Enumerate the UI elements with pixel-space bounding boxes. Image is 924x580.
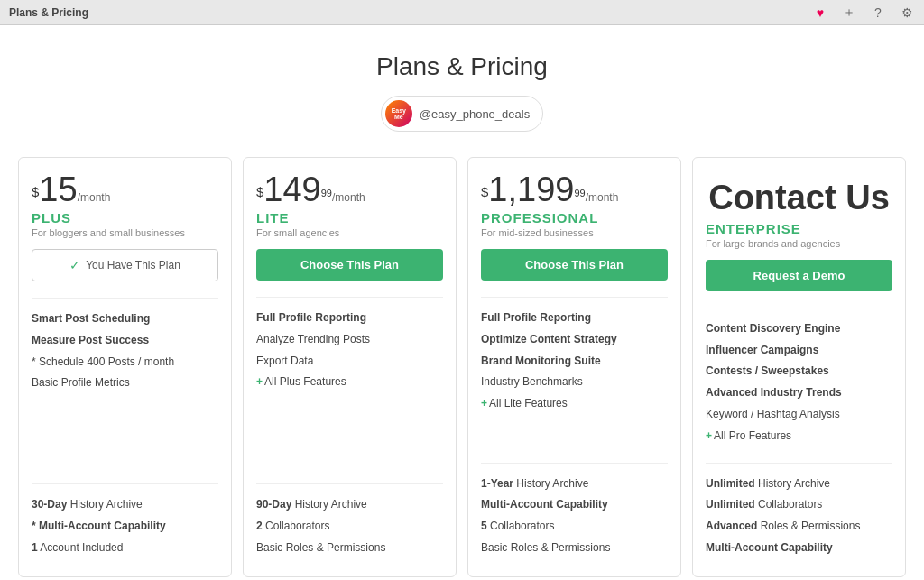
check-icon: ✓ — [69, 258, 80, 272]
plan-cta: ✓ You Have This Plan — [32, 249, 218, 281]
plan-desc: For mid-sized businesses — [481, 227, 668, 238]
plan-card-plus: $15/month PLUS For bloggers and small bu… — [18, 157, 232, 577]
features-section: Content Discovery EngineInfluencer Campa… — [706, 308, 892, 450]
choose-plan-button-professional[interactable]: Choose This Plan — [481, 249, 668, 281]
plan-desc: For large brands and agencies — [706, 238, 892, 249]
choose-plan-button-lite[interactable]: Choose This Plan — [256, 249, 443, 281]
plan-name: ENTERPRISE — [706, 221, 892, 236]
feature-item: Full Profile Reporting — [481, 310, 668, 326]
titlebar-title: Plans & Pricing — [9, 6, 88, 19]
bottom-item: Basic Roles & Permissions — [256, 540, 443, 556]
price-cents: 99 — [574, 188, 585, 198]
bottom-item: 5 Collaborators — [481, 519, 668, 534]
price-main: 149 — [263, 170, 320, 208]
feature-item: Full Profile Reporting — [256, 310, 443, 326]
plan-cta[interactable]: Choose This Plan — [481, 249, 668, 281]
bottom-item: 1-Year History Archive — [481, 476, 668, 492]
current-plan-label: You Have This Plan — [86, 259, 180, 272]
plus-tag: + — [706, 429, 712, 442]
feature-item: Keyword / Hashtag Analysis — [706, 407, 892, 422]
plan-desc: For bloggers and small businesses — [32, 227, 218, 238]
bottom-section: 90-Day History Archive2 CollaboratorsBas… — [256, 483, 443, 561]
feature-item: Content Discovery Engine — [706, 321, 892, 336]
plus-tag: + — [256, 375, 263, 388]
feature-item: Contests / Sweepstakes — [706, 364, 892, 379]
question-icon[interactable]: ? — [870, 5, 886, 21]
bottom-item: Multi-Account Capability — [481, 497, 668, 512]
bottom-section: Unlimited History ArchiveUnlimited Colla… — [706, 463, 892, 562]
features-section: Full Profile ReportingAnalyze Trending P… — [256, 297, 443, 471]
plan-name: PROFESSIONAL — [481, 210, 668, 226]
plus-icon[interactable]: ＋ — [841, 5, 857, 21]
bottom-item: 90-Day History Archive — [256, 497, 443, 512]
bottom-item: Basic Roles & Permissions — [481, 540, 668, 556]
bottom-item: Unlimited Collaborators — [706, 497, 892, 512]
feature-item: Influencer Campaigns — [706, 343, 892, 358]
features-section: Smart Post SchedulingMeasure Post Succes… — [32, 298, 218, 471]
feature-item: Measure Post Success — [32, 333, 218, 348]
plan-cta[interactable]: Choose This Plan — [256, 249, 443, 281]
price-period: /month — [332, 191, 365, 204]
account-name: @easy_phone_deals — [420, 107, 530, 121]
price-cents: 99 — [321, 188, 332, 198]
plan-name: LITE — [256, 210, 443, 226]
price-main: 15 — [39, 170, 77, 208]
feature-item: Export Data — [256, 354, 443, 369]
titlebar: Plans & Pricing ♥ ＋ ? ⚙ — [0, 0, 924, 25]
plan-price-row: $14999/month — [256, 172, 443, 207]
plan-desc: For small agencies — [256, 227, 443, 238]
avatar: EasyMe — [385, 100, 412, 127]
plan-card-enterprise: Contact Us ENTERPRISE For large brands a… — [692, 157, 906, 577]
bottom-item: 2 Collaborators — [256, 519, 443, 534]
feature-item: Advanced Industry Trends — [706, 385, 892, 400]
feature-item: Analyze Trending Posts — [256, 332, 443, 347]
current-plan-button: ✓ You Have This Plan — [32, 249, 218, 281]
feature-item: * Schedule 400 Posts / month — [32, 354, 218, 370]
feature-item: Industry Benchmarks — [481, 374, 668, 390]
plan-price-main: Contact Us — [706, 180, 892, 217]
plus-tag: + — [481, 397, 487, 410]
feature-item: +All Lite Features — [481, 396, 668, 411]
feature-item: Brand Monitoring Suite — [481, 354, 668, 369]
bottom-item: Unlimited History Archive — [706, 476, 892, 492]
feature-item: Basic Profile Metrics — [32, 375, 218, 391]
plan-price-row: $1,19999/month — [481, 172, 668, 207]
plan-name: PLUS — [32, 210, 218, 226]
choose-plan-button-enterprise[interactable]: Request a Demo — [706, 260, 892, 291]
bottom-item: 1 Account Included — [32, 540, 218, 556]
plans-grid: $15/month PLUS For bloggers and small bu… — [18, 157, 906, 577]
page-title: Plans & Pricing — [18, 52, 906, 81]
plan-card-lite: $14999/month LITE For small agencies Cho… — [243, 157, 457, 577]
account-badge: EasyMe @easy_phone_deals — [18, 96, 906, 132]
feature-item: +All Plus Features — [256, 374, 443, 390]
price-period: /month — [586, 191, 619, 204]
heart-icon[interactable]: ♥ — [812, 5, 828, 21]
bottom-section: 30-Day History Archive* Multi-Account Ca… — [32, 483, 218, 561]
feature-item: Smart Post Scheduling — [32, 311, 218, 327]
plan-price-row: $15/month — [32, 172, 218, 207]
bottom-section: 1-Year History ArchiveMulti-Account Capa… — [481, 463, 668, 562]
price-period: /month — [78, 191, 111, 204]
bottom-item: Advanced Roles & Permissions — [706, 519, 892, 534]
plan-cta[interactable]: Request a Demo — [706, 260, 892, 291]
price-main: 1,199 — [488, 170, 574, 208]
feature-item: Optimize Content Strategy — [481, 332, 668, 347]
bottom-item: 30-Day History Archive — [32, 497, 218, 512]
plan-card-professional: $1,19999/month PROFESSIONAL For mid-size… — [467, 157, 681, 577]
gear-icon[interactable]: ⚙ — [899, 5, 915, 21]
bottom-item: Multi-Account Capability — [706, 540, 892, 556]
feature-item: +All Pro Features — [706, 428, 892, 444]
features-section: Full Profile ReportingOptimize Content S… — [481, 297, 668, 450]
bottom-item: * Multi-Account Capability — [32, 519, 218, 534]
